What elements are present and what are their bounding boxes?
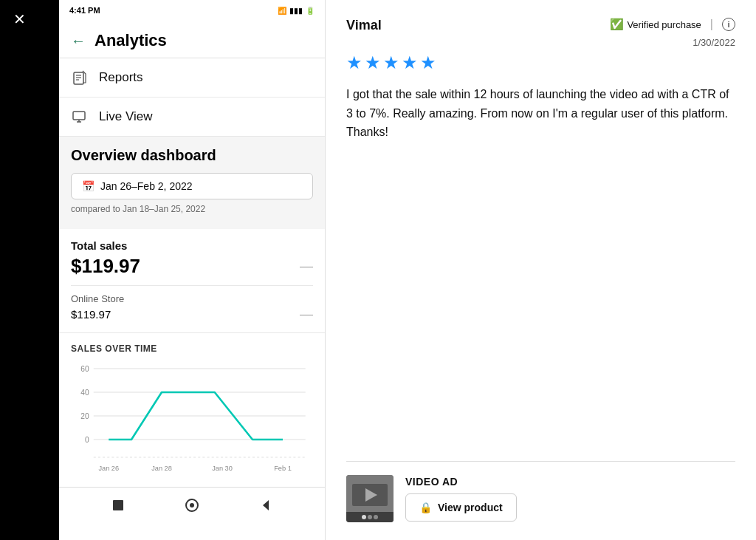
back-button-nav[interactable] (252, 492, 279, 519)
chart-title: SALES OVER TIME (71, 344, 313, 354)
stop-button[interactable] (105, 492, 131, 519)
live-view-icon (71, 108, 89, 126)
star-4: ★ (402, 52, 418, 73)
reports-label: Reports (99, 70, 143, 85)
sales-section: Total sales $119.97 — Online Store $119.… (59, 229, 325, 332)
svg-point-29 (368, 515, 372, 519)
product-type: VIDEO AD (405, 476, 735, 488)
product-thumbnail (346, 475, 394, 522)
review-date: 1/30/2022 (693, 37, 735, 48)
home-button[interactable] (179, 492, 205, 519)
verified-label: Verified purchase (627, 19, 701, 30)
calendar-icon: 📅 (82, 180, 94, 192)
svg-point-22 (190, 503, 194, 507)
reviewer-name: Vimal (346, 18, 382, 33)
nav-item-live-view[interactable]: Live View (59, 98, 325, 137)
status-time: 4:41 PM (69, 6, 100, 15)
star-1: ★ (346, 52, 362, 73)
overview-section: Overview dashboard 📅 Jan 26–Feb 2, 2022 … (59, 137, 325, 229)
date-range-picker[interactable]: 📅 Jan 26–Feb 2, 2022 (71, 173, 313, 199)
back-button[interactable]: ← (71, 33, 86, 49)
review-panel: Vimal ✅ Verified purchase | i 1/30/2022 … (325, 0, 756, 540)
svg-rect-0 (74, 72, 83, 84)
live-view-label: Live View (99, 109, 152, 124)
store-amount: $119.97 (71, 308, 111, 321)
chart-area: 60 40 20 0 Jan 26 Jan 28 Jan 30 Feb 1 (71, 361, 313, 479)
star-3: ★ (383, 52, 399, 73)
verified-row: ✅ Verified purchase | i (610, 18, 735, 31)
svg-point-28 (362, 515, 366, 519)
bottom-navigation (59, 487, 325, 522)
total-sales-label: Total sales (71, 239, 313, 252)
lock-icon: 🔒 (419, 502, 432, 513)
app-header: ← Analytics (59, 21, 325, 58)
compare-text: compared to Jan 18–Jan 25, 2022 (71, 204, 313, 214)
overview-title: Overview dashboard (71, 147, 313, 164)
svg-rect-4 (73, 112, 85, 120)
svg-marker-23 (263, 500, 269, 510)
svg-text:60: 60 (80, 365, 89, 373)
svg-text:Jan 26: Jan 26 (98, 465, 119, 472)
info-icon[interactable]: i (722, 18, 735, 31)
battery-icon: 🔋 (306, 7, 315, 15)
review-text: I got that the sale within 12 hours of l… (346, 85, 735, 449)
review-header: Vimal ✅ Verified purchase | i 1/30/2022 (346, 18, 735, 48)
close-button[interactable]: ✕ (13, 10, 26, 28)
svg-point-30 (374, 515, 378, 519)
product-section: VIDEO AD 🔒 View product (346, 461, 735, 522)
total-sales-amount: $119.97 (71, 255, 140, 278)
svg-rect-20 (113, 500, 123, 510)
reports-icon (71, 69, 89, 86)
view-product-button[interactable]: 🔒 View product (405, 493, 517, 522)
svg-text:20: 20 (80, 412, 89, 420)
verified-icon: ✅ (610, 18, 624, 31)
star-5: ★ (420, 52, 436, 73)
page-title: Analytics (94, 31, 167, 50)
verified-badge: ✅ Verified purchase (610, 18, 701, 31)
svg-text:Jan 30: Jan 30 (212, 465, 233, 472)
star-2: ★ (365, 52, 381, 73)
product-info: VIDEO AD 🔒 View product (405, 476, 735, 522)
status-icons: 📶 ▮▮▮ 🔋 (278, 7, 315, 15)
view-product-label: View product (438, 502, 503, 513)
signal-icon: ▮▮▮ (289, 7, 303, 15)
wifi-icon: 📶 (278, 7, 286, 15)
chart-section: SALES OVER TIME 60 40 20 0 Jan 26 (59, 332, 325, 487)
svg-text:40: 40 (80, 389, 89, 397)
stars-row: ★ ★ ★ ★ ★ (346, 52, 735, 73)
date-range-label: Jan 26–Feb 2, 2022 (100, 180, 193, 192)
store-label: Online Store (71, 293, 313, 304)
svg-text:Feb 1: Feb 1 (274, 465, 292, 472)
status-bar: 4:41 PM 📶 ▮▮▮ 🔋 (59, 0, 325, 21)
svg-text:Jan 28: Jan 28 (151, 465, 172, 472)
svg-text:0: 0 (85, 436, 89, 444)
nav-item-reports[interactable]: Reports (59, 58, 325, 98)
